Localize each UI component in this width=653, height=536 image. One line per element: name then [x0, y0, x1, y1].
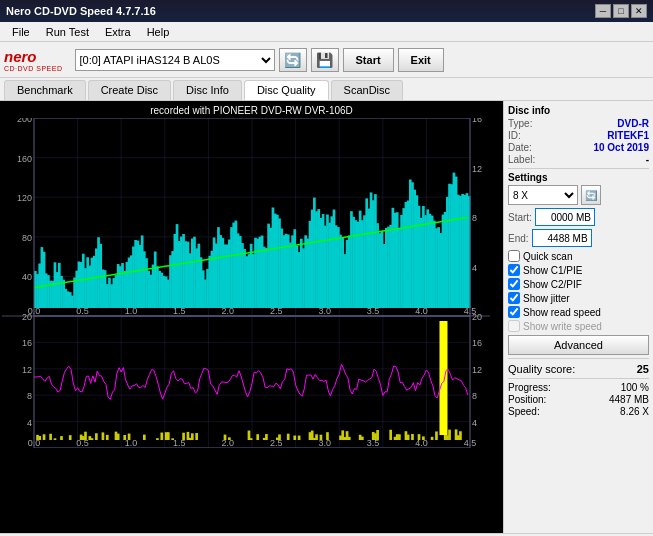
nero-logo: nero	[4, 48, 37, 65]
tab-benchmark[interactable]: Benchmark	[4, 80, 86, 100]
disc-label-row: Label: -	[508, 154, 649, 165]
disc-type-value: DVD-R	[617, 118, 649, 129]
quality-score-value: 25	[637, 363, 649, 375]
speed-label: Speed:	[508, 406, 540, 417]
main-content: recorded with PIONEER DVD-RW DVR-106D Di…	[0, 101, 653, 533]
title-bar: Nero CD-DVD Speed 4.7.7.16 ─ □ ✕	[0, 0, 653, 22]
quick-scan-label: Quick scan	[523, 251, 572, 262]
chart-area: recorded with PIONEER DVD-RW DVR-106D	[0, 101, 503, 533]
menu-file[interactable]: File	[4, 24, 38, 40]
right-panel: Disc info Type: DVD-R ID: RITEKF1 Date: …	[503, 101, 653, 533]
show-c1-checkbox[interactable]	[508, 264, 520, 276]
disc-date-row: Date: 10 Oct 2019	[508, 142, 649, 153]
toolbar: nero CD·DVD SPEED [0:0] ATAPI iHAS124 B …	[0, 42, 653, 78]
show-c1-label: Show C1/PIE	[523, 265, 582, 276]
start-mb-row: Start:	[508, 208, 649, 226]
progress-value: 100 %	[621, 382, 649, 393]
logo-area: nero CD·DVD SPEED	[4, 48, 63, 72]
show-read-speed-label: Show read speed	[523, 307, 601, 318]
speed-refresh-button[interactable]: 🔄	[581, 185, 601, 205]
position-value: 4487 MB	[609, 394, 649, 405]
show-jitter-row: Show jitter	[508, 292, 649, 304]
show-write-speed-checkbox	[508, 320, 520, 332]
close-button[interactable]: ✕	[631, 4, 647, 18]
start-mb-label: Start:	[508, 212, 532, 223]
drive-select[interactable]: [0:0] ATAPI iHAS124 B AL0S	[75, 49, 275, 71]
end-mb-row: End:	[508, 229, 649, 247]
speed-value: 8.26 X	[620, 406, 649, 417]
exit-button[interactable]: Exit	[398, 48, 444, 72]
disc-id-row: ID: RITEKF1	[508, 130, 649, 141]
quality-score-label: Quality score:	[508, 363, 575, 375]
show-write-speed-row: Show write speed	[508, 320, 649, 332]
start-mb-input[interactable]	[535, 208, 595, 226]
show-read-speed-row: Show read speed	[508, 306, 649, 318]
speed-row: 8 X Max 1 X 2 X 4 X 16 X 🔄	[508, 185, 649, 205]
menu-run-test[interactable]: Run Test	[38, 24, 97, 40]
tab-create-disc[interactable]: Create Disc	[88, 80, 171, 100]
menu-extra[interactable]: Extra	[97, 24, 139, 40]
maximize-button[interactable]: □	[613, 4, 629, 18]
disc-label-label: Label:	[508, 154, 535, 165]
end-mb-input[interactable]	[532, 229, 592, 247]
show-c2-row: Show C2/PIF	[508, 278, 649, 290]
tab-disc-quality[interactable]: Disc Quality	[244, 80, 329, 100]
quick-scan-checkbox[interactable]	[508, 250, 520, 262]
settings-title: Settings	[508, 172, 649, 183]
app-title: Nero CD-DVD Speed 4.7.7.16	[6, 5, 156, 17]
show-jitter-checkbox[interactable]	[508, 292, 520, 304]
show-c2-checkbox[interactable]	[508, 278, 520, 290]
show-write-speed-label: Show write speed	[523, 321, 602, 332]
position-label: Position:	[508, 394, 546, 405]
tabs: Benchmark Create Disc Disc Info Disc Qua…	[0, 78, 653, 101]
progress-label: Progress:	[508, 382, 551, 393]
position-row: Position: 4487 MB	[508, 394, 649, 405]
nero-logo-sub: CD·DVD SPEED	[4, 65, 63, 72]
title-bar-buttons: ─ □ ✕	[595, 4, 647, 18]
minimize-button[interactable]: ─	[595, 4, 611, 18]
quality-score-row: Quality score: 25	[508, 363, 649, 375]
refresh-button[interactable]: 🔄	[279, 48, 307, 72]
advanced-button[interactable]: Advanced	[508, 335, 649, 355]
speed-select[interactable]: 8 X Max 1 X 2 X 4 X 16 X	[508, 185, 578, 205]
quick-scan-row: Quick scan	[508, 250, 649, 262]
menu-bar: File Run Test Extra Help	[0, 22, 653, 42]
disc-id-value: RITEKF1	[607, 130, 649, 141]
show-jitter-label: Show jitter	[523, 293, 570, 304]
progress-row: Progress: 100 %	[508, 382, 649, 393]
end-mb-label: End:	[508, 233, 529, 244]
menu-help[interactable]: Help	[139, 24, 178, 40]
disc-info-title: Disc info	[508, 105, 649, 116]
save-button[interactable]: 💾	[311, 48, 339, 72]
tab-scan-disc[interactable]: ScanDisc	[331, 80, 403, 100]
disc-type-row: Type: DVD-R	[508, 118, 649, 129]
disc-label-value: -	[646, 154, 649, 165]
chart-title: recorded with PIONEER DVD-RW DVR-106D	[2, 103, 501, 118]
show-read-speed-checkbox[interactable]	[508, 306, 520, 318]
disc-date-value: 10 Oct 2019	[593, 142, 649, 153]
start-button[interactable]: Start	[343, 48, 394, 72]
show-c1-row: Show C1/PIE	[508, 264, 649, 276]
show-c2-label: Show C2/PIF	[523, 279, 582, 290]
speed-row-progress: Speed: 8.26 X	[508, 406, 649, 417]
disc-id-label: ID:	[508, 130, 521, 141]
progress-section: Progress: 100 % Position: 4487 MB Speed:…	[508, 382, 649, 417]
disc-type-label: Type:	[508, 118, 532, 129]
disc-date-label: Date:	[508, 142, 532, 153]
tab-disc-info[interactable]: Disc Info	[173, 80, 242, 100]
